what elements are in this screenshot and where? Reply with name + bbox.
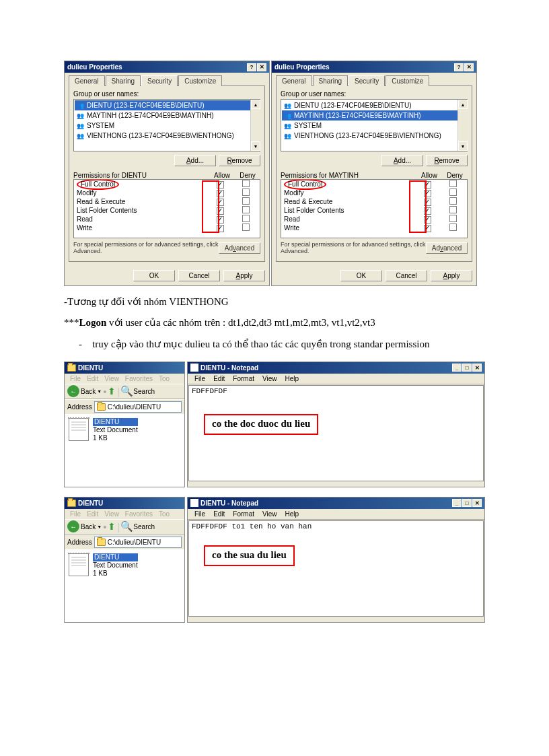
help-icon[interactable]: ? xyxy=(247,63,256,71)
deny-checkbox[interactable] xyxy=(449,188,457,196)
close-icon[interactable]: ✕ xyxy=(464,63,474,71)
back-button[interactable]: ←Back▼ xyxy=(67,520,102,532)
menu-edit[interactable]: Edit xyxy=(84,510,101,518)
user-item[interactable]: 👥SYSTEM xyxy=(75,121,260,131)
menu-edit[interactable]: Edit xyxy=(209,510,229,518)
search-icon[interactable]: 🔍 xyxy=(121,386,132,397)
allow-checkbox[interactable] xyxy=(217,199,224,206)
deny-checkbox[interactable] xyxy=(449,197,457,205)
user-list[interactable]: 👥DIENTU (123-E74CF04E9EB\DIENTU) 👥MAYTIN… xyxy=(73,99,260,151)
back-button[interactable]: ←Back▼ xyxy=(67,385,102,397)
tab-customize[interactable]: Customize xyxy=(178,75,222,86)
help-icon[interactable]: ? xyxy=(454,63,464,71)
menu-file[interactable]: File xyxy=(67,375,83,382)
allow-checkbox[interactable] xyxy=(217,225,224,232)
deny-checkbox[interactable] xyxy=(449,224,457,231)
menu-help[interactable]: Help xyxy=(281,375,303,382)
menu-help[interactable]: Help xyxy=(281,510,303,518)
add-button[interactable]: Add... xyxy=(174,155,216,166)
tab-security[interactable]: Security xyxy=(141,75,178,86)
advanced-button[interactable]: Advanced xyxy=(426,242,468,254)
scrollbar[interactable]: ▲▼ xyxy=(250,100,260,151)
close-icon[interactable]: ✕ xyxy=(472,499,482,507)
allow-checkbox[interactable] xyxy=(424,190,431,197)
menu-favorites[interactable]: Favorites xyxy=(122,510,155,518)
deny-checkbox[interactable] xyxy=(242,180,250,187)
deny-checkbox[interactable] xyxy=(449,206,457,213)
close-icon[interactable]: ✕ xyxy=(257,63,266,71)
menu-view[interactable]: View xyxy=(102,510,122,518)
menu-view[interactable]: View xyxy=(102,375,122,382)
allow-checkbox[interactable] xyxy=(424,216,431,224)
deny-checkbox[interactable] xyxy=(242,188,250,196)
allow-checkbox[interactable] xyxy=(217,216,224,224)
minimize-icon[interactable]: _ xyxy=(452,499,462,507)
search-label[interactable]: Search xyxy=(133,388,155,395)
cancel-button[interactable]: Cancel xyxy=(386,270,427,281)
maximize-icon[interactable]: □ xyxy=(462,364,472,372)
menu-tools[interactable]: Too xyxy=(156,510,172,518)
allow-checkbox[interactable] xyxy=(217,207,224,215)
up-icon[interactable]: ⬆ xyxy=(108,521,116,532)
allow-checkbox[interactable] xyxy=(424,225,431,232)
up-icon[interactable]: ⬆ xyxy=(108,386,116,397)
address-field[interactable]: C:\dulieu\DIENTU xyxy=(94,537,182,548)
scroll-down-icon[interactable]: ▼ xyxy=(251,141,260,151)
apply-button[interactable]: Apply xyxy=(223,270,265,281)
allow-checkbox[interactable] xyxy=(424,207,431,215)
tab-general[interactable]: General xyxy=(276,75,312,86)
scroll-up-icon[interactable]: ▲ xyxy=(458,100,468,109)
menu-view[interactable]: View xyxy=(258,375,281,382)
deny-checkbox[interactable] xyxy=(242,206,250,213)
user-item[interactable]: 👥VIENTHONG (123-E74CF04E9EB\VIENTHONG) xyxy=(75,131,260,141)
notepad-text-area[interactable]: FDFFDFDF to1 ten ho van han co the sua d… xyxy=(188,520,484,617)
ok-button[interactable]: OK xyxy=(133,270,175,281)
user-item[interactable]: 👥DIENTU (123-E74CF04E9EB\DIENTU) xyxy=(282,100,467,110)
menu-file[interactable]: File xyxy=(190,375,209,382)
menu-view[interactable]: View xyxy=(258,510,281,518)
scrollbar[interactable]: ▲▼ xyxy=(458,100,468,151)
user-item[interactable]: 👥VIENTHONG (123-E74CF04E9EB\VIENTHONG) xyxy=(282,131,467,141)
scroll-down-icon[interactable]: ▼ xyxy=(458,141,468,151)
text-file-icon[interactable] xyxy=(69,418,89,441)
user-item[interactable]: 👥DIENTU (123-E74CF04E9EB\DIENTU) xyxy=(75,100,260,110)
text-file-icon[interactable] xyxy=(69,553,89,576)
menu-edit[interactable]: Edit xyxy=(84,375,101,382)
minimize-icon[interactable]: _ xyxy=(452,364,462,372)
allow-checkbox[interactable] xyxy=(424,181,431,188)
allow-checkbox[interactable] xyxy=(217,190,224,197)
menu-favorites[interactable]: Favorites xyxy=(122,375,155,382)
menu-file[interactable]: File xyxy=(67,510,83,518)
menu-tools[interactable]: Too xyxy=(156,375,172,382)
allow-checkbox[interactable] xyxy=(424,199,431,206)
user-item[interactable]: 👥MAYTINH (123-E74CF04E9EB\MAYTINH) xyxy=(282,110,467,121)
ok-button[interactable]: OK xyxy=(340,270,382,281)
notepad-text-area[interactable]: FDFFDFDF co the doc duoc du lieu xyxy=(188,385,484,481)
search-icon[interactable]: 🔍 xyxy=(121,521,132,532)
deny-checkbox[interactable] xyxy=(449,180,457,187)
menu-file[interactable]: File xyxy=(190,510,209,518)
add-button[interactable]: Add... xyxy=(381,155,423,166)
deny-checkbox[interactable] xyxy=(449,215,457,222)
advanced-button[interactable]: Advanced xyxy=(219,242,260,254)
tab-general[interactable]: General xyxy=(69,75,105,86)
tab-sharing[interactable]: Sharing xyxy=(313,75,348,86)
cancel-button[interactable]: Cancel xyxy=(178,270,220,281)
menu-format[interactable]: Format xyxy=(229,375,258,382)
tab-customize[interactable]: Customize xyxy=(386,75,429,86)
tab-security[interactable]: Security xyxy=(349,75,385,86)
user-item[interactable]: 👥SYSTEM xyxy=(282,121,467,131)
remove-button[interactable]: Remove xyxy=(426,155,468,166)
apply-button[interactable]: Apply xyxy=(431,270,472,281)
allow-checkbox[interactable] xyxy=(217,181,224,188)
tab-sharing[interactable]: Sharing xyxy=(106,75,141,86)
menu-format[interactable]: Format xyxy=(229,510,258,518)
search-label[interactable]: Search xyxy=(133,523,155,530)
scroll-up-icon[interactable]: ▲ xyxy=(251,100,260,109)
menu-edit[interactable]: Edit xyxy=(209,375,229,382)
deny-checkbox[interactable] xyxy=(242,215,250,222)
deny-checkbox[interactable] xyxy=(242,197,250,205)
address-field[interactable]: C:\dulieu\DIENTU xyxy=(94,401,182,413)
user-item[interactable]: 👥MAYTINH (123-E74CF04E9EB\MAYTINH) xyxy=(75,110,260,121)
close-icon[interactable]: ✕ xyxy=(472,364,482,372)
